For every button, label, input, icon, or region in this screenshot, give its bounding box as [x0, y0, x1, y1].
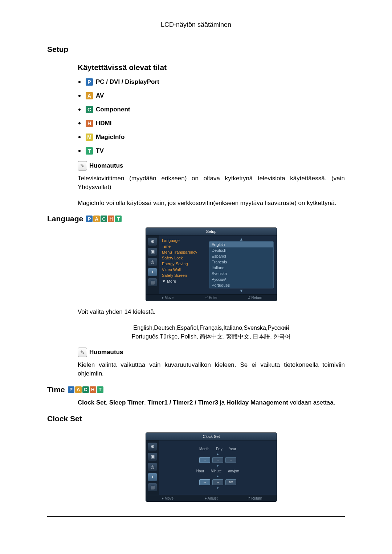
- label-hour: Hour: [196, 469, 204, 473]
- p-icon: P: [68, 386, 74, 393]
- mode-item: HHDMI: [78, 120, 345, 127]
- setup-osd-row: Setup ⚙ ▣ ◷ ✦ ▥ Language Time Menu Trans…: [78, 227, 345, 301]
- menu-safety-lock[interactable]: Safety Lock: [162, 255, 209, 261]
- menu-time[interactable]: Time: [162, 243, 209, 249]
- m-icon: M: [86, 134, 93, 141]
- menu-more[interactable]: ▼ More: [162, 278, 209, 284]
- c-icon: C: [101, 216, 107, 222]
- field-ampm[interactable]: am: [225, 479, 236, 485]
- language-heading: Language P A C H T: [47, 214, 345, 223]
- osd-icon-sound: ◷: [148, 258, 157, 266]
- clock-osd-body: ⚙ ▣ ◷ ✦ ▥ Month Day Year ▲ -- --: [146, 440, 277, 495]
- note-icon: ✎: [78, 348, 87, 357]
- mode-label: HDMI: [96, 120, 111, 127]
- language-list[interactable]: English Deutsch Español Français Italian…: [209, 241, 274, 288]
- osd-icon-multi: ▥: [148, 278, 157, 286]
- a-icon: A: [86, 92, 93, 99]
- bullet-icon: [78, 136, 81, 138]
- osd-icon-strip: ⚙ ▣ ◷ ✦ ▥: [146, 440, 159, 495]
- field-day[interactable]: --: [212, 457, 223, 463]
- footer-move: ♦ Move: [146, 295, 189, 301]
- osd-footer: ♦ Move ⏎ Enter ↺ Return: [146, 294, 277, 301]
- label-month: Month: [199, 447, 209, 451]
- osd-icon-input: ⚙: [148, 238, 157, 246]
- field-month[interactable]: --: [199, 457, 210, 463]
- footer-adjust: ♦ Adjust: [189, 495, 233, 501]
- lang-portugues[interactable]: Português: [209, 282, 273, 288]
- lang-italiano[interactable]: Italiano: [209, 265, 273, 271]
- a-icon: A: [75, 386, 82, 393]
- mode-label: TV: [96, 147, 104, 155]
- bullet-icon: [78, 95, 81, 97]
- menu-transparency[interactable]: Menu Transparency: [162, 249, 209, 255]
- mode-item: PPC / DVI / DisplayPort: [78, 78, 345, 86]
- field-minute[interactable]: --: [212, 479, 223, 485]
- note-row-2: ✎ Huomautus: [78, 348, 345, 357]
- osd-icon-sound: ◷: [148, 463, 157, 471]
- field-hour[interactable]: --: [199, 479, 210, 485]
- language-heading-text: Language: [47, 214, 83, 223]
- time-heading: Time P A C H T: [47, 385, 345, 394]
- note-row: ✎ Huomautus: [78, 161, 345, 171]
- footer-return: ↺ Return: [233, 495, 277, 501]
- time-mode-icons: P A C H T: [68, 386, 104, 393]
- footer-enter: ⏎ Enter: [189, 295, 233, 301]
- setup-heading: Setup: [47, 45, 345, 54]
- time-paragraph: Clock Set, Sleep Timer, Timer1 / Timer2 …: [78, 398, 345, 407]
- h-icon: H: [90, 386, 96, 393]
- bullet-icon: [78, 81, 81, 83]
- page-header: LCD-näytön säätäminen: [47, 0, 345, 29]
- label-ampm: am/pm: [228, 469, 240, 473]
- clock-osd-title: Clock Set: [146, 433, 277, 440]
- t-icon: T: [97, 386, 103, 393]
- footer-return: ↺ Return: [233, 295, 277, 301]
- c-icon: C: [86, 106, 93, 113]
- lang-russian[interactable]: Русский: [209, 276, 273, 282]
- lang-svenska[interactable]: Svenska: [209, 271, 273, 276]
- setup-osd-body: ⚙ ▣ ◷ ✦ ▥ Language Time Menu Transparenc…: [146, 235, 277, 294]
- header-divider: [47, 31, 345, 31]
- label-day: Day: [216, 447, 222, 451]
- lang-english[interactable]: English: [209, 242, 273, 247]
- note-paragraph-3: Kielen valinta vaikuttaa vain kuvaruutuv…: [78, 361, 345, 378]
- mode-label: AV: [96, 92, 104, 99]
- languages-line-1: English,Deutsch,Español,Français,Italian…: [78, 324, 345, 332]
- label-minute: Minute: [211, 469, 222, 473]
- lang-deutsch[interactable]: Deutsch: [209, 247, 273, 253]
- footer-divider: [47, 516, 345, 517]
- note-paragraph-2: MagicInfo voi olla käytössä vain, jos ve…: [78, 199, 345, 208]
- lang-francais[interactable]: Français: [209, 259, 273, 265]
- languages-line-2: Português,Türkçe, Polish, 简体中文, 繁體中文, 日本…: [78, 332, 345, 341]
- t-icon: T: [115, 216, 122, 222]
- clock-fields: Month Day Year ▲ -- -- -- ▼ Hour Minute: [159, 440, 277, 495]
- note-paragraph-1: Televisioviritimen (myydään erikseen) on…: [78, 174, 345, 192]
- mode-label: Component: [96, 106, 130, 113]
- a-icon: A: [93, 216, 100, 222]
- page: LCD-näytön säätäminen Setup Käytettäviss…: [0, 0, 392, 554]
- note-icon: ✎: [78, 161, 87, 171]
- mode-item: MMagicInfo: [78, 134, 345, 141]
- note-label: Huomautus: [89, 349, 123, 356]
- menu-safety-screen[interactable]: Safety Screen: [162, 272, 209, 278]
- note-label: Huomautus: [89, 162, 123, 169]
- mode-item: AAV: [78, 92, 345, 99]
- osd-icon-input: ⚙: [148, 443, 157, 451]
- bullet-icon: [78, 108, 81, 111]
- h-icon: H: [86, 120, 93, 127]
- field-year[interactable]: --: [225, 457, 236, 463]
- clock-osd: Clock Set ⚙ ▣ ◷ ✦ ▥ Month Day Year ▲: [146, 432, 277, 502]
- menu-language[interactable]: Language: [162, 238, 209, 243]
- clockset-heading: Clock Set: [47, 414, 345, 423]
- mode-item: CComponent: [78, 106, 345, 113]
- language-mode-icons: P A C H T: [86, 216, 122, 222]
- setup-osd: Setup ⚙ ▣ ◷ ✦ ▥ Language Time Menu Trans…: [146, 227, 277, 301]
- osd-icon-setup: ✦: [148, 473, 157, 481]
- osd-icon-picture: ▣: [148, 248, 157, 256]
- menu-video-wall[interactable]: Video Wall: [162, 267, 209, 272]
- clock-osd-row: Clock Set ⚙ ▣ ◷ ✦ ▥ Month Day Year ▲: [78, 432, 345, 502]
- lang-espanol[interactable]: Español: [209, 253, 273, 259]
- bullet-icon: [78, 122, 81, 124]
- mode-item: TTV: [78, 147, 345, 155]
- menu-energy-saving[interactable]: Energy Saving: [162, 261, 209, 267]
- modes-heading: Käytettävissä olevat tilat: [78, 63, 345, 72]
